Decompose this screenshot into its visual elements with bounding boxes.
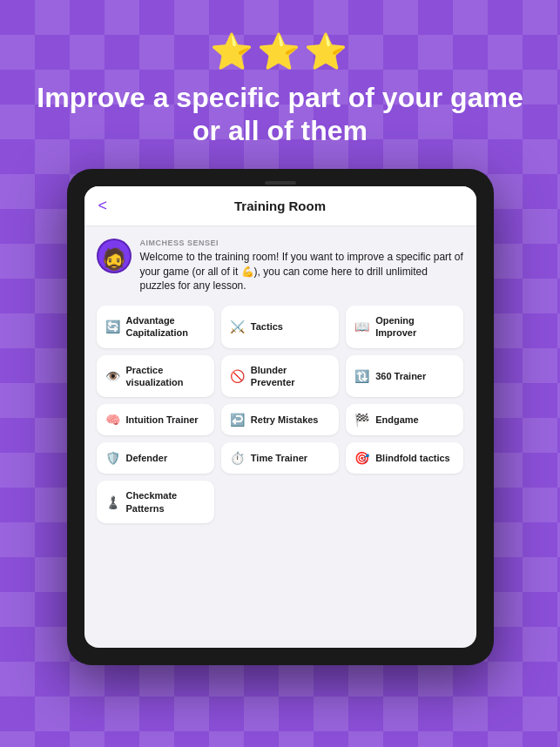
headline: Improve a specific part of your game or …: [0, 81, 560, 148]
training-label-intuition-trainer: Intuition Trainer: [126, 414, 199, 426]
training-item-intuition-trainer[interactable]: 🧠Intuition Trainer: [97, 404, 214, 435]
training-icon-time-trainer: ⏱️: [230, 451, 245, 465]
training-item-blunder-preventer[interactable]: 🚫Blunder Preventer: [221, 355, 339, 398]
training-label-retry-mistakes: Retry Mistakes: [251, 414, 319, 426]
sensei-message: 🧔 AIMCHESS SENSEI Welcome to the trainin…: [97, 239, 464, 293]
tablet-body: < Training Room 🧔 AIMCHESS SENSEI Welcom…: [67, 169, 494, 665]
tablet-screen: < Training Room 🧔 AIMCHESS SENSEI Welcom…: [84, 186, 476, 648]
page-wrapper: ⭐⭐⭐ Improve a specific part of your game…: [0, 0, 560, 747]
training-item-retry-mistakes[interactable]: ↩️Retry Mistakes: [221, 404, 339, 435]
training-item-advantage-cap[interactable]: 🔄Advantage Capitalization: [97, 306, 214, 348]
training-item-practice-viz[interactable]: 👁️Practice visualization: [97, 355, 214, 398]
training-item-checkmate-patterns[interactable]: ♟️Checkmate Patterns: [97, 481, 214, 523]
training-item-endgame[interactable]: 🏁Endgame: [346, 404, 463, 435]
tablet-camera: [265, 181, 296, 185]
back-button[interactable]: <: [98, 197, 108, 215]
training-label-endgame: Endgame: [375, 414, 419, 426]
training-icon-defender: 🛡️: [105, 451, 120, 465]
sensei-text: Welcome to the training room! If you wan…: [140, 250, 464, 293]
training-icon-endgame: 🏁: [354, 413, 369, 427]
training-item-blindfold-tactics[interactable]: 🎯Blindfold tactics: [346, 442, 463, 474]
training-label-defender: Defender: [126, 452, 168, 464]
training-label-advantage-cap: Advantage Capitalization: [126, 314, 206, 340]
training-item-defender[interactable]: 🛡️Defender: [97, 442, 214, 474]
training-label-opening-improver: Opening Improver: [375, 314, 455, 340]
training-label-tactics: Tactics: [251, 320, 283, 333]
training-icon-advantage-cap: 🔄: [105, 320, 120, 333]
training-icon-360-trainer: 🔃: [354, 369, 369, 383]
training-icon-tactics: ⚔️: [230, 320, 245, 333]
training-icon-retry-mistakes: ↩️: [230, 413, 245, 427]
training-item-opening-improver[interactable]: 📖Opening Improver: [346, 306, 463, 348]
training-icon-intuition-trainer: 🧠: [105, 413, 120, 427]
screen-title: Training Room: [234, 199, 326, 213]
training-label-time-trainer: Time Trainer: [251, 452, 307, 464]
training-grid: 🔄Advantage Capitalization⚔️Tactics📖Openi…: [97, 306, 464, 523]
tablet-device: < Training Room 🧔 AIMCHESS SENSEI Welcom…: [67, 169, 494, 665]
training-icon-blindfold-tactics: 🎯: [354, 451, 369, 465]
screen-body: 🧔 AIMCHESS SENSEI Welcome to the trainin…: [84, 226, 476, 648]
training-label-blindfold-tactics: Blindfold tactics: [375, 452, 450, 464]
stars-display: ⭐⭐⭐: [210, 31, 351, 72]
training-label-practice-viz: Practice visualization: [126, 364, 206, 389]
sensei-avatar: 🧔: [97, 239, 132, 273]
training-icon-blunder-preventer: 🚫: [230, 369, 245, 383]
training-label-360-trainer: 360 Trainer: [375, 370, 426, 382]
training-label-checkmate-patterns: Checkmate Patterns: [126, 489, 206, 515]
training-icon-practice-viz: 👁️: [105, 369, 120, 383]
training-item-360-trainer[interactable]: 🔃360 Trainer: [346, 355, 463, 398]
stars-emoji: ⭐⭐⭐: [210, 32, 351, 71]
sensei-text-box: AIMCHESS SENSEI Welcome to the training …: [140, 239, 464, 293]
training-item-tactics[interactable]: ⚔️Tactics: [221, 306, 339, 348]
training-icon-checkmate-patterns: ♟️: [105, 495, 120, 509]
sensei-label: AIMCHESS SENSEI: [140, 239, 464, 247]
sensei-avatar-inner: 🧔: [98, 240, 130, 272]
training-icon-opening-improver: 📖: [354, 320, 369, 333]
screen-header: < Training Room: [84, 186, 476, 226]
training-label-blunder-preventer: Blunder Preventer: [251, 364, 330, 389]
training-item-time-trainer[interactable]: ⏱️Time Trainer: [221, 442, 339, 474]
